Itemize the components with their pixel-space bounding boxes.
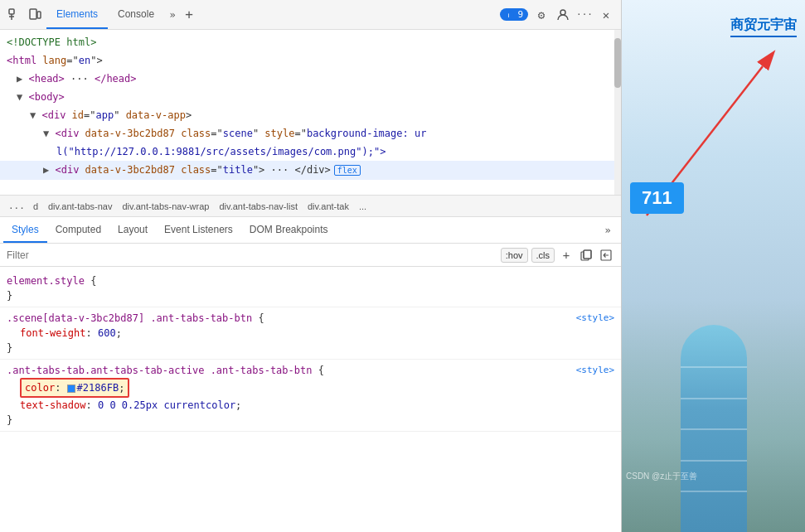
- hov-button[interactable]: :hov: [501, 248, 528, 263]
- tree-line[interactable]: <!DOCTYPE html>: [0, 33, 621, 51]
- filter-buttons: :hov .cls +: [501, 247, 614, 264]
- svg-point-5: [506, 11, 514, 19]
- css-rule-close: }: [7, 341, 614, 355]
- breadcrumb-item[interactable]: div.ant-tak: [303, 200, 354, 213]
- tree-line[interactable]: l("http://127.0.0.1:9881/src/assets/imag…: [0, 143, 621, 161]
- settings-icon[interactable]: ⚙: [533, 7, 550, 23]
- css-property-textshadow[interactable]: text-shadow: 0 0 0.25px currentcolor;: [7, 398, 614, 413]
- css-rule-scene: .scene[data-v-3bc2bd87] .ant-tabs-tab-bt…: [0, 307, 621, 360]
- css-selector[interactable]: .ant-tabs-tab.ant-tabs-tab-active .ant-t…: [7, 363, 614, 378]
- number-badge: 711: [630, 182, 684, 214]
- inspect-icon[interactable]: [7, 7, 23, 23]
- tab-event-listeners[interactable]: Event Listeners: [156, 217, 241, 243]
- tab-dom-breakpoints[interactable]: DOM Breakpoints: [241, 217, 337, 243]
- breadcrumb-item[interactable]: d: [28, 200, 43, 213]
- devtools-panel: Elements Console » + i 9 ⚙ ··· ✕: [0, 0, 622, 532]
- css-rule-close: }: [7, 413, 614, 428]
- device-icon[interactable]: [27, 7, 43, 23]
- site-title-cn: 商贸元宇宙: [730, 17, 797, 37]
- tree-scrollbar[interactable]: [614, 30, 621, 195]
- css-rule-active-tab: .ant-tabs-tab.ant-tabs-tab-active .ant-t…: [0, 360, 621, 432]
- breadcrumb-item[interactable]: div.ant-tabs-nav: [43, 200, 117, 213]
- css-selector[interactable]: .scene[data-v-3bc2bd87] .ant-tabs-tab-bt…: [7, 311, 614, 326]
- svg-rect-9: [584, 250, 591, 259]
- tree-line[interactable]: ▼ <body>: [0, 88, 621, 106]
- css-property-color[interactable]: color: #2186FB;: [7, 378, 614, 398]
- breadcrumb-item[interactable]: div.ant-tabs-nav-list: [214, 200, 303, 213]
- filter-bar: :hov .cls +: [0, 244, 621, 267]
- highlight-box: color: #2186FB;: [20, 378, 129, 398]
- close-icon[interactable]: ✕: [598, 7, 614, 23]
- styles-panel: Styles Computed Layout Event Listeners D…: [0, 217, 621, 532]
- svg-rect-3: [30, 9, 36, 19]
- copy-style-icon[interactable]: [578, 247, 594, 264]
- add-style-icon[interactable]: +: [558, 247, 575, 264]
- toolbar-right: i 9 ⚙ ··· ✕: [500, 7, 614, 23]
- tree-line[interactable]: ▼ <div data-v-3bc2bd87 class="scene" sty…: [0, 124, 621, 143]
- devtools-toolbar: Elements Console » + i 9 ⚙ ··· ✕: [0, 0, 621, 30]
- tree-line[interactable]: <html lang="en">: [0, 51, 621, 70]
- tree-line[interactable]: ▶ <head> ··· </head>: [0, 70, 621, 88]
- css-property[interactable]: font-weight: 600;: [7, 326, 614, 341]
- styles-tabs-more[interactable]: »: [598, 220, 618, 240]
- svg-rect-4: [37, 12, 41, 18]
- css-selector[interactable]: element.style {: [7, 273, 614, 288]
- tab-computed[interactable]: Computed: [47, 217, 109, 243]
- svg-text:i: i: [508, 12, 510, 19]
- styles-tabs: Styles Computed Layout Event Listeners D…: [0, 217, 621, 244]
- building-shape: [681, 325, 747, 532]
- css-source[interactable]: <style>: [576, 311, 614, 326]
- issue-badge[interactable]: i 9: [500, 8, 528, 21]
- tree-line[interactable]: ▼ <div id="app" data-v-app>: [0, 106, 621, 124]
- color-swatch[interactable]: [67, 384, 75, 393]
- tab-layout[interactable]: Layout: [109, 217, 156, 243]
- breadcrumb-dots[interactable]: ...: [5, 201, 28, 211]
- tab-styles[interactable]: Styles: [3, 217, 47, 243]
- more-icon[interactable]: ···: [576, 7, 593, 23]
- cls-button[interactable]: .cls: [531, 248, 555, 263]
- site-title: 商贸元宇宙: [730, 17, 797, 37]
- add-tab-icon[interactable]: +: [181, 7, 197, 23]
- css-rule-close: }: [7, 288, 614, 303]
- svg-point-7: [560, 10, 565, 15]
- csdn-watermark: CSDN @z止于至善: [626, 471, 697, 482]
- css-rules: element.style { } .scene[data-v-3bc2bd87…: [0, 267, 621, 532]
- devtools-tabs: Elements Console » +: [46, 0, 497, 29]
- html-tree: <!DOCTYPE html> <html lang="en"> ▶ <head…: [0, 30, 621, 196]
- more-tabs-icon[interactable]: »: [164, 7, 181, 23]
- breadcrumb-item[interactable]: div.ant-tabs-nav-wrap: [117, 200, 214, 213]
- tab-elements[interactable]: Elements: [46, 0, 108, 29]
- tree-line-selected[interactable]: ▶ <div data-v-3bc2bd87 class="title"> ··…: [0, 161, 621, 180]
- svg-rect-0: [9, 9, 14, 14]
- building-image: [622, 300, 805, 532]
- website-panel: 商贸元宇宙 711 CSDN @z止于至善: [622, 0, 805, 532]
- breadcrumb-item[interactable]: ...: [354, 200, 371, 213]
- tab-console[interactable]: Console: [108, 0, 164, 29]
- back-style-icon[interactable]: [598, 247, 614, 264]
- css-source[interactable]: <style>: [576, 363, 614, 378]
- breadcrumb: ... d div.ant-tabs-nav div.ant-tabs-nav-…: [0, 196, 621, 217]
- filter-input[interactable]: [7, 249, 494, 261]
- css-rule-element-style: element.style { }: [0, 270, 621, 307]
- profile-icon[interactable]: [555, 7, 571, 23]
- site-header: 商贸元宇宙: [622, 0, 805, 37]
